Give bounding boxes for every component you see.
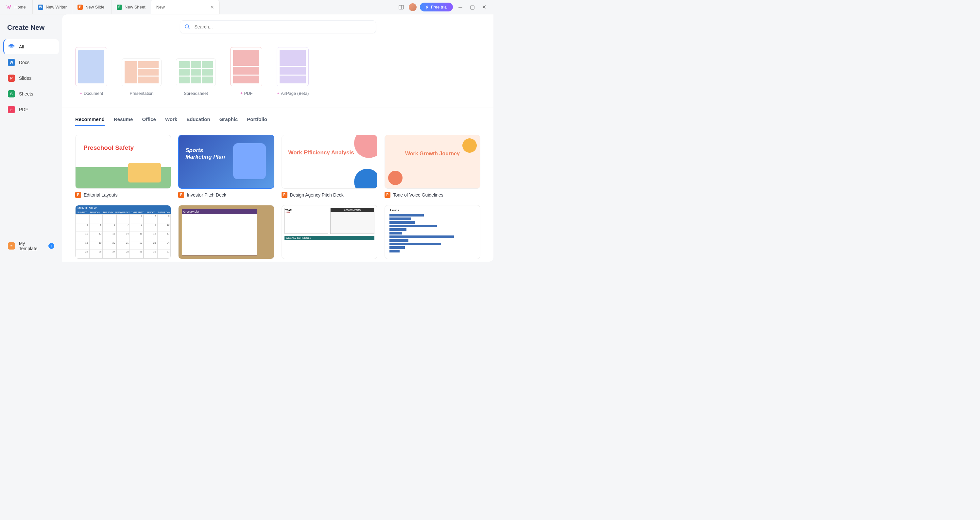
template-card[interactable]: PInvestor Pitch Deck [178,135,274,198]
template-grid: PEditorial Layouts PInvestor Pitch Deck … [62,126,493,259]
template-card[interactable]: Grocery List [178,205,274,259]
new-spreadsheet[interactable]: Spreadsheet [176,47,216,96]
slide-badge-icon: P [282,192,288,198]
sidebar-label: Docs [19,60,29,65]
sidebar-label: Slides [19,76,32,81]
tab-label: New Slide [85,5,105,10]
close-icon[interactable]: ✕ [210,5,214,10]
ai-star-icon: ✦ [277,91,280,95]
template-thumb: Assets [385,205,480,259]
main-content: ✦Document Presentation Spreadsheet ✦PDF … [62,14,493,262]
panel-icon[interactable] [397,3,406,11]
sidebar-label: My Template [19,241,45,251]
template-thumb [75,135,171,189]
tab-graphic[interactable]: Graphic [220,116,238,126]
tab-office[interactable]: Office [142,116,156,126]
sidebar-item-my-template[interactable]: ≡ My Template ↓ [3,237,59,255]
template-card[interactable]: YEARJAN ASSIGNMENTS WEEKLY SCHEDULE [282,205,377,259]
category-tabs: Recommend Resume Office Work Education G… [62,108,493,126]
sidebar-item-sheets[interactable]: S Sheets [3,86,59,102]
new-airpage[interactable]: ✦AirPage (Beta) [277,47,309,96]
maximize-button[interactable]: ▢ [468,3,476,11]
tab-recommend[interactable]: Recommend [75,116,105,126]
docs-icon: W [8,59,15,66]
tab-portfolio[interactable]: Portfolio [247,116,267,126]
sidebar-item-docs[interactable]: W Docs [3,55,59,70]
writer-icon: W [38,5,43,10]
svg-rect-0 [399,5,404,9]
sheets-icon: S [8,90,15,97]
tab-new[interactable]: New ✕ [151,0,220,14]
sidebar-label: PDF [19,107,28,112]
minimize-button[interactable]: ─ [456,3,465,11]
slide-badge-icon: P [178,192,184,198]
template-thumb [178,135,274,189]
presentation-thumb [122,58,162,86]
tab-home[interactable]: Home [0,0,33,14]
tab-label: Home [14,5,26,10]
sidebar: Create New All W Docs P Slides S Sheets … [0,14,62,262]
tab-new-writer[interactable]: W New Writer [33,0,72,14]
sidebar-item-pdf[interactable]: ᴘ PDF [3,102,59,117]
avatar[interactable] [409,3,417,11]
download-icon[interactable]: ↓ [48,243,54,249]
slide-icon: P [78,5,83,10]
search-icon [185,24,190,30]
sidebar-label: Sheets [19,91,33,97]
tab-strip: Home W New Writer P New Slide S New Shee… [0,0,392,14]
svg-line-3 [188,27,190,29]
template-card[interactable]: Assets [385,205,480,259]
close-button[interactable]: ✕ [480,3,488,11]
template-card[interactable]: MONTH VIEW SUNDAYMONDAYTUESDAYWEDNESDAYT… [75,205,171,259]
page-title: Create New [3,21,59,39]
pdf-thumb [230,47,262,86]
app-logo-icon [5,4,12,11]
window-controls: Free trial ─ ▢ ✕ [392,3,493,11]
template-thumb [385,135,480,189]
new-document[interactable]: ✦Document [75,47,107,96]
template-thumb: Grocery List [178,205,274,259]
tab-label: New Sheet [124,5,145,10]
lightning-icon [425,5,429,10]
template-icon: ≡ [8,242,15,250]
template-card[interactable]: PEditorial Layouts [75,135,171,198]
slides-icon: P [8,75,15,82]
search-input[interactable] [180,20,376,33]
tab-new-sheet[interactable]: S New Sheet [111,0,151,14]
new-presentation[interactable]: Presentation [122,47,162,96]
stack-icon [8,43,15,50]
tab-new-slide[interactable]: P New Slide [72,0,111,14]
document-thumb [75,47,107,86]
sheet-icon: S [117,5,122,10]
sidebar-label: All [19,44,24,49]
template-thumb [282,135,377,189]
spreadsheet-thumb [176,58,216,86]
sidebar-item-all[interactable]: All [3,39,59,54]
template-thumb: YEARJAN ASSIGNMENTS WEEKLY SCHEDULE [282,205,377,259]
svg-point-2 [185,24,189,28]
ai-star-icon: ✦ [80,91,83,95]
template-card[interactable]: PDesign Agency Pitch Deck [282,135,377,198]
template-thumb: MONTH VIEW SUNDAYMONDAYTUESDAYWEDNESDAYT… [75,205,171,259]
titlebar: Home W New Writer P New Slide S New Shee… [0,0,493,14]
tab-education[interactable]: Education [186,116,210,126]
airpage-thumb [277,47,309,86]
slide-badge-icon: P [385,192,390,198]
tab-label: New [156,5,165,10]
new-pdf[interactable]: ✦PDF [230,47,262,96]
tab-label: New Writer [46,5,67,10]
slide-badge-icon: P [75,192,81,198]
ai-star-icon: ✦ [240,91,243,95]
tab-resume[interactable]: Resume [114,116,133,126]
pdf-icon: ᴘ [8,106,15,113]
search-wrap [180,20,376,33]
template-card[interactable]: PTone of Voice Guidelines [385,135,480,198]
tab-work[interactable]: Work [165,116,177,126]
sidebar-item-slides[interactable]: P Slides [3,71,59,86]
free-trial-button[interactable]: Free trial [420,3,453,11]
